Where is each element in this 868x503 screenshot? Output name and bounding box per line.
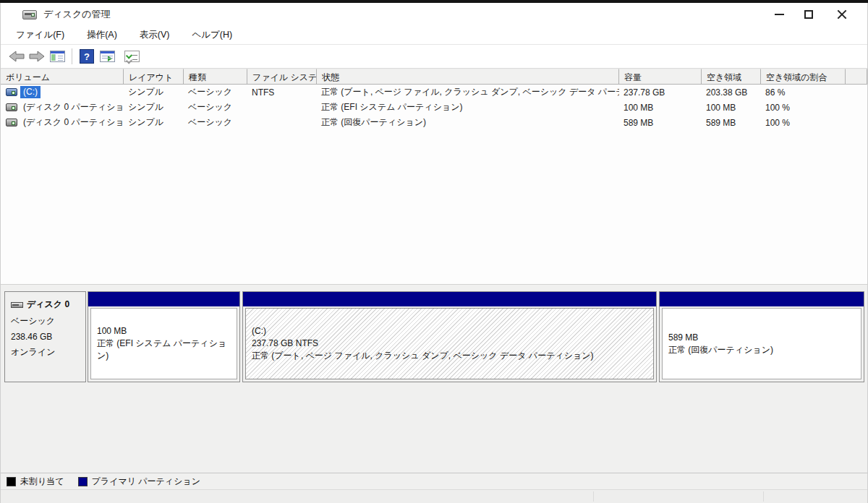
checklist-icon xyxy=(124,51,140,62)
column-header-filler xyxy=(846,69,867,85)
partition-color-bar xyxy=(660,292,864,306)
partition-label: (C:) xyxy=(252,325,647,338)
partition-color-bar xyxy=(88,292,239,306)
volume-layout: シンプル xyxy=(124,101,184,113)
volume-list: ボリューム レイアウト 種類 ファイル システム 状態 容量 空き領域 空き領域… xyxy=(1,69,867,284)
forward-icon xyxy=(29,51,45,62)
legend-bar: 未割り当て プライマリ パーティション xyxy=(1,473,867,490)
volume-row-partition1[interactable]: (ディスク 0 パーティション 1) シンプル ベーシック 正常 (EFI シス… xyxy=(1,100,867,115)
menu-file[interactable]: ファイル(F) xyxy=(8,26,72,45)
volume-icon xyxy=(6,103,17,111)
disk-management-app-icon xyxy=(22,10,37,20)
volume-type: ベーシック xyxy=(184,116,247,129)
toolbar-separator xyxy=(72,48,72,64)
volume-name: (ディスク 0 パーティション 4) xyxy=(20,116,124,130)
minimize-button[interactable] xyxy=(759,4,792,25)
close-button[interactable] xyxy=(825,4,859,25)
back-icon xyxy=(9,51,25,62)
disk-status: オンライン xyxy=(11,346,82,358)
volume-free-pct: 100 % xyxy=(761,118,846,128)
volume-name: (C:) xyxy=(20,86,41,98)
legend-primary-partition: プライマリ パーティション xyxy=(78,476,200,488)
partition-status: 正常 (EFI システム パーティション) xyxy=(97,338,231,362)
disk-0-row: ディスク 0 ベーシック 238.46 GB オンライン 100 MB 正常 (… xyxy=(4,291,864,382)
legend-unallocated: 未割り当て xyxy=(7,476,64,488)
console-tree-icon xyxy=(50,51,65,62)
forward-button[interactable] xyxy=(27,47,47,66)
volume-type: ベーシック xyxy=(184,86,247,98)
column-header-free[interactable]: 空き領域 xyxy=(702,69,761,85)
partition-status: 正常 (回復パーティション) xyxy=(668,344,855,356)
menu-bar: ファイル(F) 操作(A) 表示(V) ヘルプ(H) xyxy=(1,26,867,45)
volume-row-c[interactable]: (C:) シンプル ベーシック NTFS 正常 (ブート, ページ ファイル, … xyxy=(1,85,867,100)
volume-status: 正常 (ブート, ページ ファイル, クラッシュ ダンプ, ベーシック データ … xyxy=(317,86,619,98)
disk-size: 238.46 GB xyxy=(11,332,82,342)
column-header-free-pct[interactable]: 空き領域の割合 xyxy=(761,69,846,85)
volume-icon xyxy=(6,88,17,96)
graphical-view-pane: ディスク 0 ベーシック 238.46 GB オンライン 100 MB 正常 (… xyxy=(1,284,867,503)
column-header-capacity[interactable]: 容量 xyxy=(619,69,702,85)
volume-free: 589 MB xyxy=(702,118,761,128)
unallocated-swatch xyxy=(7,477,16,486)
disk-type: ベーシック xyxy=(11,315,82,327)
help-button[interactable]: ? xyxy=(77,47,97,66)
disk-name: ディスク 0 xyxy=(27,298,69,311)
column-header-filesystem[interactable]: ファイル システム xyxy=(247,69,317,85)
volume-layout: シンプル xyxy=(124,116,184,129)
volume-type: ベーシック xyxy=(184,101,247,113)
legend-label: 未割り当て xyxy=(20,476,64,488)
primary-partition-swatch xyxy=(78,477,88,486)
volume-layout: シンプル xyxy=(124,86,184,98)
partition-status: 正常 (ブート, ページ ファイル, クラッシュ ダンプ, ベーシック データ … xyxy=(252,350,647,362)
title-bar: ディスクの管理 xyxy=(1,3,867,26)
volume-free: 100 MB xyxy=(702,103,761,113)
legend-label: プライマリ パーティション xyxy=(92,476,200,488)
volume-capacity: 589 MB xyxy=(619,118,702,128)
maximize-icon xyxy=(804,10,813,19)
window-title: ディスクの管理 xyxy=(43,8,111,21)
console-tree-button[interactable] xyxy=(47,47,67,66)
action-pane-icon xyxy=(100,51,115,62)
partition-size: 589 MB xyxy=(668,332,855,344)
partition-color-bar xyxy=(243,292,656,306)
status-divider xyxy=(593,491,594,502)
action-pane-button[interactable] xyxy=(97,47,117,66)
column-header-volume[interactable]: ボリューム xyxy=(1,69,124,85)
volume-status: 正常 (EFI システム パーティション) xyxy=(317,101,619,113)
volume-name: (ディスク 0 パーティション 1) xyxy=(20,100,124,115)
close-icon xyxy=(837,9,847,20)
volume-capacity: 237.78 GB xyxy=(619,87,702,98)
menu-action[interactable]: 操作(A) xyxy=(79,26,125,45)
disk-management-window: ディスクの管理 ファイル(F) 操作(A) 表示(V) ヘルプ(H) xyxy=(0,3,868,503)
hard-disk-icon xyxy=(11,302,23,308)
properties-button[interactable] xyxy=(122,47,142,66)
maximize-button[interactable] xyxy=(792,4,825,25)
toolbar: ? xyxy=(1,45,867,69)
volume-filesystem: NTFS xyxy=(247,87,317,98)
partition-size: 237.78 GB NTFS xyxy=(252,338,647,350)
partition-size: 100 MB xyxy=(97,325,231,338)
back-button[interactable] xyxy=(7,47,27,66)
partition-c[interactable]: (C:) 237.78 GB NTFS 正常 (ブート, ページ ファイル, ク… xyxy=(242,291,657,382)
volume-free-pct: 86 % xyxy=(761,87,846,98)
volume-icon xyxy=(6,119,17,126)
volume-list-header: ボリューム レイアウト 種類 ファイル システム 状態 容量 空き領域 空き領域… xyxy=(1,69,867,85)
minimize-icon xyxy=(775,14,784,15)
menu-view[interactable]: 表示(V) xyxy=(132,26,178,45)
help-icon: ? xyxy=(80,49,94,64)
volume-capacity: 100 MB xyxy=(619,103,702,113)
status-strip xyxy=(1,490,867,503)
volume-free: 203.38 GB xyxy=(702,87,761,98)
column-header-status[interactable]: 状態 xyxy=(317,69,619,85)
volume-free-pct: 100 % xyxy=(761,103,846,113)
partition-recovery[interactable]: 589 MB 正常 (回復パーティション) xyxy=(659,291,864,382)
partition-efi[interactable]: 100 MB 正常 (EFI システム パーティション) xyxy=(88,291,240,382)
menu-help[interactable]: ヘルプ(H) xyxy=(184,26,240,45)
column-header-layout[interactable]: レイアウト xyxy=(124,69,184,85)
disk-0-info-panel[interactable]: ディスク 0 ベーシック 238.46 GB オンライン xyxy=(4,291,86,382)
volume-row-partition4[interactable]: (ディスク 0 パーティション 4) シンプル ベーシック 正常 (回復パーティ… xyxy=(1,115,867,130)
partition-strip: 100 MB 正常 (EFI システム パーティション) (C:) 237.78… xyxy=(88,291,864,382)
volume-status: 正常 (回復パーティション) xyxy=(317,116,619,129)
window-controls xyxy=(759,4,867,25)
column-header-type[interactable]: 種類 xyxy=(184,69,247,85)
